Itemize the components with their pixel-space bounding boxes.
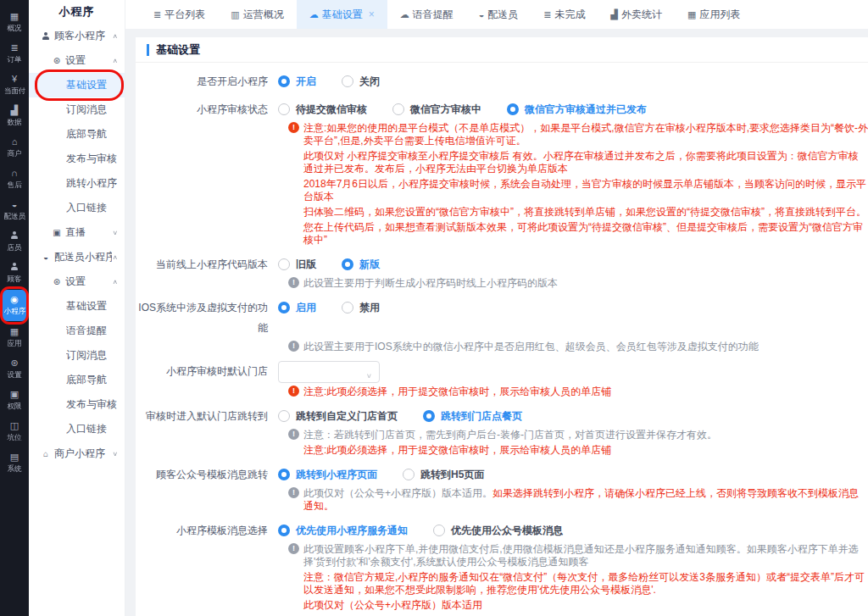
sidebar-item-商户小程序[interactable]: ⌂商户小程序∨ bbox=[29, 441, 125, 466]
rail-item-权限[interactable]: ▣权限 bbox=[0, 385, 29, 416]
note-line: 此项仅对（公众号+小程序版）版本适用 bbox=[288, 599, 868, 612]
sidebar-item-直播[interactable]: ▣直播∨ bbox=[29, 220, 125, 245]
tab-运营概况[interactable]: ▥运营概况 bbox=[218, 0, 296, 29]
radio-icon bbox=[278, 258, 290, 270]
sidebar-item-label: 直播 bbox=[65, 225, 86, 240]
radio-label: 跳转到H5页面 bbox=[420, 464, 484, 485]
sidebar-item-发布与审核[interactable]: 发布与审核 bbox=[29, 392, 125, 417]
form-label: 审核时进入默认门店跳转到 bbox=[136, 406, 278, 426]
system-icon: ▤ bbox=[10, 452, 19, 463]
radio-option-跳转到小程序页面[interactable]: 跳转到小程序页面 bbox=[278, 464, 377, 485]
gear-icon: ⊛ bbox=[52, 277, 62, 286]
rail-item-系统[interactable]: ▤系统 bbox=[0, 447, 29, 479]
radio-option-微信官方审核通过并已发布[interactable]: 微信官方审核通过并已发布 bbox=[507, 99, 647, 119]
left-rail: ▦概况≣订单¥当面付▟数据⌂商户∩售后◒配送员店员顾客◉小程序▦应用⊛设置▣权限… bbox=[0, 0, 29, 616]
row-notes: !此设置主要用于IOS系统中的微信小程序中是否启用红包、超级会员、会员红包等涉及… bbox=[136, 341, 868, 353]
rail-item-顾客[interactable]: 顾客 bbox=[0, 258, 29, 289]
note-segment: 您在上传代码后，如果想查看测试新版本效果，可将此项设置为“待提交微信审核”、但是… bbox=[303, 221, 863, 246]
rail-item-应用[interactable]: ▦应用 bbox=[0, 322, 29, 353]
radio-option-微信官方审核中[interactable]: 微信官方审核中 bbox=[392, 99, 481, 119]
chevron-up-icon: ∧ bbox=[112, 58, 118, 64]
radio-option-优先使用公众号模板消息[interactable]: 优先使用公众号模板消息 bbox=[433, 520, 563, 541]
radio-option-新版[interactable]: 新版 bbox=[342, 254, 380, 275]
secondary-sidebar: 小程序 顾客小程序∧⊛设置∧基础设置订阅消息底部导航发布与审核跳转小程序入口链接… bbox=[29, 0, 125, 616]
radio-option-开启[interactable]: 开启 bbox=[278, 71, 316, 92]
sidebar-item-订阅消息[interactable]: 订阅消息 bbox=[29, 97, 125, 122]
sidebar-item-设置[interactable]: ⊛设置∧ bbox=[29, 269, 125, 294]
note-line: !注意:如果您的使用的是平台模式（不是单店模式），如果是平台模式,微信官方在审核… bbox=[288, 122, 868, 147]
helmet-icon: ◒ bbox=[41, 253, 51, 262]
sidebar-item-语音提醒[interactable]: 语音提醒 bbox=[29, 319, 125, 343]
rail-item-店员[interactable]: 店员 bbox=[0, 226, 29, 258]
tab-语音提醒[interactable]: ☁语音提醒 bbox=[387, 0, 466, 29]
sidebar-item-基础设置[interactable]: 基础设置 bbox=[29, 73, 125, 97]
sidebar-item-顾客小程序[interactable]: 顾客小程序∧ bbox=[29, 24, 125, 48]
miniprogram-icon: ◉ bbox=[10, 295, 19, 305]
radio-option-跳转到H5页面[interactable]: 跳转到H5页面 bbox=[403, 464, 484, 485]
sidebar-item-跳转小程序[interactable]: 跳转小程序 bbox=[29, 171, 125, 196]
tab-应用列表[interactable]: ▦应用列表 bbox=[675, 0, 753, 29]
note-segment: 扫体验二维码，如果您设置的“微信官方审核中”，将直接跳转到单店铺，如果您设置的“… bbox=[303, 206, 866, 218]
tab-基础设置[interactable]: ☁基础设置× bbox=[297, 0, 387, 29]
rail-item-小程序[interactable]: ◉小程序 bbox=[2, 290, 27, 321]
radio-option-跳转到自定义门店首页[interactable]: 跳转到自定义门店首页 bbox=[278, 406, 398, 426]
close-tab-icon[interactable]: × bbox=[369, 8, 375, 20]
chevron-up-icon: ∧ bbox=[112, 279, 118, 286]
sidebar-item-发布与审核[interactable]: 发布与审核 bbox=[29, 147, 125, 171]
tab-配送员[interactable]: ◒配送员 bbox=[466, 0, 531, 29]
sidebar-item-订阅消息[interactable]: 订阅消息 bbox=[29, 343, 125, 368]
rail-item-label: 售后 bbox=[7, 180, 21, 189]
rail-item-售后[interactable]: ∩售后 bbox=[0, 164, 29, 195]
default-store-select[interactable]: ∨ bbox=[278, 361, 380, 383]
settings-form: 是否开启小程序开启关闭小程序审核状态待提交微信审核微信官方审核中微信官方审核通过… bbox=[136, 71, 868, 616]
rail-item-配送员[interactable]: ◒配送员 bbox=[0, 195, 29, 226]
sidebar-item-label: 发布与审核 bbox=[66, 397, 117, 412]
apps-icon: ▦ bbox=[687, 9, 696, 20]
sidebar-item-label: 语音提醒 bbox=[66, 324, 107, 338]
radio-option-旧版[interactable]: 旧版 bbox=[278, 254, 316, 275]
radio-label: 启用 bbox=[296, 297, 316, 318]
note-text: 注意:此项必须选择，用于提交微信审核时，展示给审核人员的单店铺 bbox=[303, 386, 611, 398]
sidebar-item-底部导航[interactable]: 底部导航 bbox=[29, 368, 125, 392]
sidebar-item-label: 订阅消息 bbox=[66, 348, 107, 363]
radio-option-待提交微信审核[interactable]: 待提交微信审核 bbox=[278, 99, 367, 119]
chevron-down-icon: ∨ bbox=[112, 230, 118, 236]
tab-平台列表[interactable]: ≣平台列表 bbox=[141, 0, 218, 29]
sidebar-item-配送员小程序[interactable]: ◒配送员小程序∧ bbox=[29, 245, 125, 269]
sidebar-item-底部导航[interactable]: 底部导航 bbox=[29, 122, 125, 147]
rail-item-设置[interactable]: ⊛设置 bbox=[0, 353, 29, 385]
person-icon bbox=[9, 231, 19, 241]
form-label: 顾客公众号模板消息跳转 bbox=[136, 464, 278, 485]
tab-label: 基础设置 bbox=[322, 8, 363, 22]
radio-option-优先使用小程序服务通知[interactable]: 优先使用小程序服务通知 bbox=[278, 520, 408, 541]
note-text: 此设置主要用于判断生成小程序码时线上小程序码的版本 bbox=[303, 277, 558, 290]
gear-icon: ⊛ bbox=[52, 56, 62, 65]
radio-option-关闭[interactable]: 关闭 bbox=[342, 71, 380, 92]
rail-item-数据[interactable]: ▟数据 bbox=[0, 101, 29, 132]
rail-item-label: 概况 bbox=[7, 24, 21, 32]
tab-外卖统计[interactable]: ▟外卖统计 bbox=[598, 0, 675, 29]
form-label: 当前线上小程序代码版本 bbox=[136, 254, 278, 275]
rail-item-当面付[interactable]: ¥当面付 bbox=[0, 69, 29, 101]
sidebar-item-设置[interactable]: ⊛设置∧ bbox=[29, 48, 125, 73]
rail-item-label: 小程序 bbox=[3, 307, 25, 315]
row-notes: !注意:如果您的使用的是平台模式（不是单店模式），如果是平台模式,微信官方在审核… bbox=[136, 122, 868, 247]
radio-label: 优先使用小程序服务通知 bbox=[296, 520, 408, 541]
form-row: IOS系统中涉及虚拟支付的功能启用禁用!此设置主要用于IOS系统中的微信小程序中… bbox=[136, 297, 868, 353]
sidebar-item-基础设置[interactable]: 基础设置 bbox=[29, 294, 125, 319]
radio-label: 跳转到小程序页面 bbox=[296, 464, 377, 485]
rail-item-概况[interactable]: ▦概况 bbox=[0, 7, 29, 38]
tab-未完成[interactable]: ≣未完成 bbox=[531, 0, 598, 29]
rail-item-label: 商户 bbox=[7, 149, 21, 158]
rail-item-商户[interactable]: ⌂商户 bbox=[0, 132, 29, 164]
radio-option-跳转到门店点餐页[interactable]: 跳转到门店点餐页 bbox=[423, 406, 522, 426]
radio-option-禁用[interactable]: 禁用 bbox=[342, 297, 380, 318]
note-segment: 2018年7月6日以后，小程序提交审核时候，系统会自动处理，当官方审核的时候显示… bbox=[303, 178, 866, 203]
rail-item-订单[interactable]: ≣订单 bbox=[0, 38, 29, 69]
rail-item-坑位[interactable]: ◫坑位 bbox=[0, 416, 29, 447]
info-icon: ! bbox=[288, 487, 299, 498]
sidebar-item-入口链接[interactable]: 入口链接 bbox=[29, 417, 125, 441]
radio-option-启用[interactable]: 启用 bbox=[278, 297, 316, 318]
sidebar-item-入口链接[interactable]: 入口链接 bbox=[29, 196, 125, 220]
gear-icon: ⊛ bbox=[10, 358, 18, 369]
